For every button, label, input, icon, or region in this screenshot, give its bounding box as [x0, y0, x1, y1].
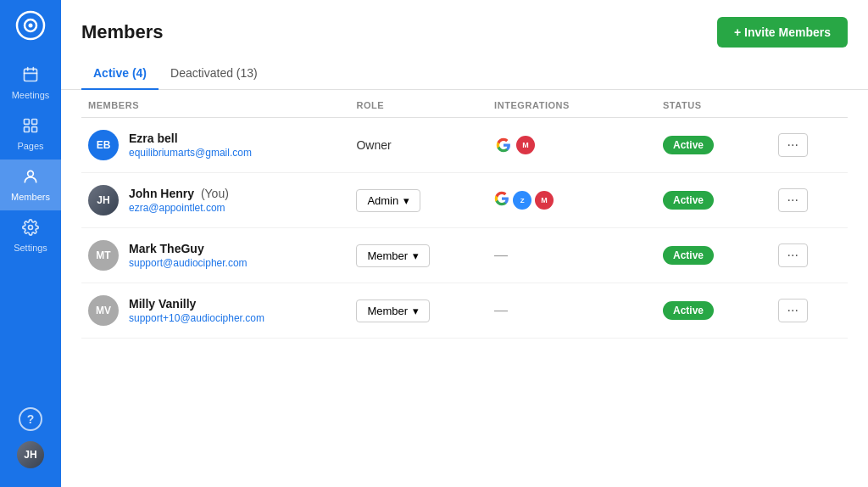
col-integrations: INTEGRATIONS	[487, 90, 656, 118]
chevron-down-icon: ▾	[413, 249, 419, 262]
member-name: Milly Vanilly	[129, 297, 264, 311]
member-name: Ezra bell	[129, 132, 252, 145]
page-title: Members	[81, 21, 164, 43]
col-members: MEMBERS	[81, 90, 349, 118]
more-actions-button[interactable]: ···	[778, 244, 808, 267]
member-cell: EB Ezra bell equilibriumarts@gmail.com	[88, 130, 342, 160]
meetings-icon	[22, 66, 39, 87]
member-cell: JH John Henry (You) ezra@appointlet.com	[88, 185, 342, 216]
members-icon	[22, 168, 39, 189]
sidebar-item-settings-label: Settings	[14, 243, 47, 253]
role-dropdown-button[interactable]: Member ▾	[356, 299, 430, 322]
table-row: EB Ezra bell equilibriumarts@gmail.com O…	[81, 118, 848, 173]
member-email: ezra@appointlet.com	[129, 202, 229, 214]
svg-point-2	[29, 24, 33, 28]
status-badge: Active	[663, 136, 714, 154]
member-name: Mark TheGuy	[129, 242, 248, 255]
col-role: ROLE	[349, 90, 487, 118]
more-actions-button[interactable]: ···	[778, 299, 808, 322]
chevron-down-icon: ▾	[403, 194, 409, 207]
main-content: Members + Invite Members Active (4) Deac…	[61, 0, 868, 487]
svg-rect-8	[32, 120, 37, 125]
integrations-cell: M	[494, 136, 649, 154]
tab-active[interactable]: Active (4)	[81, 58, 159, 90]
sidebar-item-members-label: Members	[11, 192, 50, 202]
settings-icon	[22, 219, 39, 240]
member-cell: MV Milly Vanilly support+10@audiocipher.…	[88, 295, 342, 326]
sidebar-item-pages[interactable]: Pages	[0, 109, 61, 160]
svg-rect-10	[32, 127, 37, 132]
role-label: Owner	[356, 138, 391, 152]
help-icon[interactable]: ?	[19, 407, 42, 431]
member-info: Milly Vanilly support+10@audiocipher.com	[129, 297, 264, 324]
role-dropdown-button[interactable]: Admin ▾	[356, 189, 420, 212]
sidebar: Meetings Pages Members	[0, 0, 61, 487]
status-badge: Active	[663, 246, 714, 265]
members-table: MEMBERS ROLE INTEGRATIONS STATUS EB	[81, 90, 848, 339]
google-integration-icon	[494, 136, 513, 154]
sidebar-item-members[interactable]: Members	[0, 160, 61, 210]
pages-icon	[22, 117, 39, 138]
sidebar-item-settings[interactable]: Settings	[0, 210, 61, 261]
member-info: Mark TheGuy support@audiocipher.com	[129, 242, 248, 269]
tab-bar: Active (4) Deactivated (13)	[61, 58, 868, 90]
table-row: JH John Henry (You) ezra@appointlet.com	[81, 173, 848, 228]
member-info: Ezra bell equilibriumarts@gmail.com	[129, 132, 252, 159]
member-email: support+10@audiocipher.com	[129, 312, 264, 324]
no-integrations: —	[494, 248, 508, 262]
sidebar-item-pages-label: Pages	[17, 141, 43, 151]
table-row: MT Mark TheGuy support@audiocipher.com M…	[81, 228, 848, 283]
member-email: equilibriumarts@gmail.com	[129, 147, 252, 159]
svg-point-12	[29, 226, 33, 230]
zoom-integration-icon: Z	[513, 191, 531, 210]
svg-rect-3	[25, 69, 37, 81]
page-header: Members + Invite Members	[61, 0, 868, 58]
member-email: support@audiocipher.com	[129, 257, 248, 269]
tab-deactivated[interactable]: Deactivated (13)	[159, 58, 270, 90]
google-integration-icon	[494, 191, 509, 210]
role-dropdown-button[interactable]: Member ▾	[356, 244, 430, 267]
svg-point-11	[28, 171, 34, 176]
more-actions-button[interactable]: ···	[778, 188, 808, 212]
chevron-down-icon: ▾	[413, 305, 419, 317]
member-name: John Henry (You)	[129, 187, 229, 200]
members-table-container: MEMBERS ROLE INTEGRATIONS STATUS EB	[61, 90, 868, 487]
member-info: John Henry (You) ezra@appointlet.com	[129, 187, 229, 214]
more-actions-button[interactable]: ···	[778, 133, 808, 157]
avatar: MV	[88, 295, 119, 326]
member-cell: MT Mark TheGuy support@audiocipher.com	[88, 240, 342, 271]
invite-members-button[interactable]: + Invite Members	[717, 17, 848, 48]
sidebar-item-meetings-label: Meetings	[12, 90, 50, 100]
avatar: MT	[88, 240, 119, 271]
table-row: MV Milly Vanilly support+10@audiocipher.…	[81, 283, 848, 339]
app-logo	[15, 10, 46, 41]
status-badge: Active	[663, 301, 714, 320]
status-badge: Active	[663, 191, 714, 210]
sidebar-help[interactable]: ?	[19, 407, 42, 431]
no-integrations: —	[494, 303, 508, 317]
svg-rect-7	[25, 120, 30, 125]
ms-integration-icon: M	[535, 191, 554, 210]
svg-rect-9	[25, 127, 30, 132]
integrations-cell: Z M	[494, 191, 649, 210]
col-status: STATUS	[656, 90, 771, 118]
avatar: JH	[88, 185, 119, 216]
avatar: EB	[88, 130, 119, 160]
col-actions	[771, 90, 848, 118]
user-avatar[interactable]: JH	[17, 441, 44, 468]
ms-integration-icon: M	[516, 136, 535, 154]
sidebar-item-meetings[interactable]: Meetings	[0, 58, 61, 109]
